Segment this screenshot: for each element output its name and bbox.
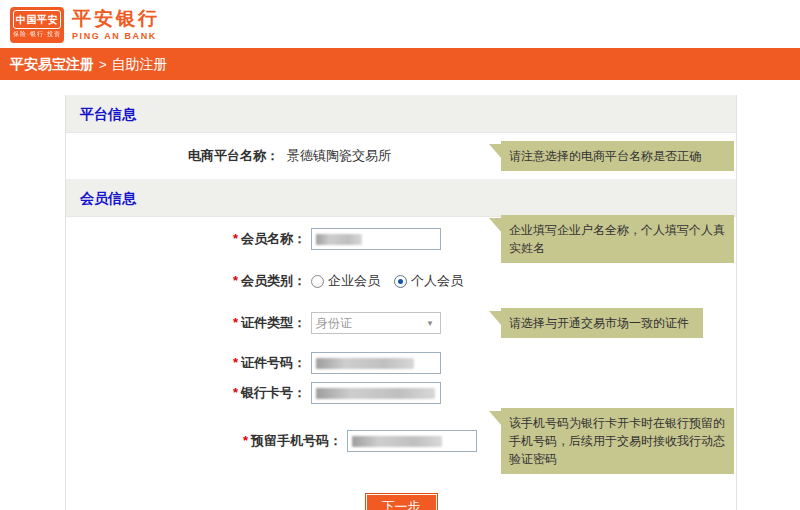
callout-pointer-icon (489, 411, 502, 426)
id-number-input[interactable] (311, 352, 441, 374)
redacted-value (316, 388, 435, 399)
pingan-logo-text: 中国平安 (13, 10, 61, 29)
radio-unchecked-icon (311, 275, 324, 288)
breadcrumb-current: 自助注册 (112, 56, 168, 72)
member-name-input[interactable] (311, 228, 441, 250)
section-header-member: 会员信息 (66, 179, 736, 217)
bank-name-cn: 平安银行 (72, 8, 160, 30)
id-type-selected-value: 身份证 (316, 315, 352, 332)
id-type-callout-text: 请选择与开通交易市场一致的证件 (509, 316, 689, 330)
redacted-value (316, 358, 414, 369)
radio-checked-icon (394, 275, 407, 288)
platform-name-label: 电商平台名称： (66, 147, 279, 165)
pingan-logo-tagline: 保险·银行·投资 (13, 29, 61, 39)
bank-brand: 平安银行 PING AN BANK (72, 8, 160, 42)
id-number-row: *证件号码： (66, 351, 736, 375)
bank-card-label: *银行卡号： (66, 384, 306, 402)
platform-callout-text: 请注意选择的电商平台名称是否正确 (509, 149, 701, 163)
phone-row: *预留手机号码： 该手机号码为银行卡开卡时在银行预留的手机号码，后续用于交易时接… (66, 429, 736, 453)
platform-name-value: 景德镇陶瓷交易所 (287, 147, 391, 165)
chevron-down-icon: ▼ (426, 319, 436, 328)
required-marker: * (243, 433, 248, 448)
member-name-row: *会员名称： 企业填写企业户名全称，个人填写个人真实姓名 (66, 227, 736, 251)
platform-callout: 请注意选择的电商平台名称是否正确 (501, 141, 734, 171)
callout-pointer-icon (489, 218, 502, 233)
callout-pointer-icon (489, 311, 502, 326)
section-header-platform: 平台信息 (66, 95, 736, 133)
id-type-row: *证件类型： 身份证 ▼ 请选择与开通交易市场一致的证件 (66, 311, 736, 335)
radio-personal-member[interactable]: 个人会员 (394, 272, 463, 290)
bank-card-row: *银行卡号： (66, 381, 736, 405)
member-name-callout-text: 企业填写企业户名全称，个人填写个人真实姓名 (509, 223, 725, 255)
member-type-row: *会员类别： 企业会员 个人会员 (66, 269, 736, 293)
id-type-select[interactable]: 身份证 ▼ (311, 312, 441, 334)
member-type-label: *会员类别： (66, 272, 306, 290)
breadcrumb-primary: 平安易宝注册 (10, 56, 94, 72)
breadcrumb-banner: 平安易宝注册>自助注册 (0, 48, 800, 80)
id-type-callout: 请选择与开通交易市场一致的证件 (501, 308, 703, 338)
required-marker: * (233, 231, 238, 246)
pingan-logo: 中国平安 保险·银行·投资 (10, 7, 64, 43)
callout-pointer-icon (489, 144, 502, 159)
radio-personal-label: 个人会员 (411, 272, 463, 290)
id-type-label: *证件类型： (66, 314, 306, 332)
phone-input[interactable] (347, 430, 477, 452)
bank-card-input[interactable] (311, 382, 441, 404)
top-header: 中国平安 保险·银行·投资 平安银行 PING AN BANK (0, 0, 800, 48)
member-form: *会员名称： 企业填写企业户名全称，个人填写个人真实姓名 *会员类别： 企业会员… (66, 217, 736, 510)
member-name-callout: 企业填写企业户名全称，个人填写个人真实姓名 (501, 215, 734, 263)
phone-label: *预留手机号码： (66, 432, 342, 450)
bank-name-en: PING AN BANK (72, 30, 160, 42)
radio-company-member[interactable]: 企业会员 (311, 272, 380, 290)
required-marker: * (233, 385, 238, 400)
required-marker: * (233, 355, 238, 370)
phone-callout-text: 该手机号码为银行卡开卡时在银行预留的手机号码，后续用于交易时接收我行动态验证密码 (509, 416, 725, 466)
phone-callout: 该手机号码为银行卡开卡时在银行预留的手机号码，后续用于交易时接收我行动态验证密码 (501, 408, 734, 474)
redacted-value (316, 234, 362, 245)
redacted-value (352, 436, 442, 447)
breadcrumb-separator: > (94, 57, 112, 72)
id-number-label: *证件号码： (66, 354, 306, 372)
next-step-button[interactable]: 下一步 (365, 493, 438, 510)
required-marker: * (233, 315, 238, 330)
platform-name-row: 电商平台名称： 景德镇陶瓷交易所 请注意选择的电商平台名称是否正确 (66, 133, 736, 179)
radio-company-label: 企业会员 (328, 272, 380, 290)
member-name-label: *会员名称： (66, 230, 306, 248)
registration-panel: 平台信息 电商平台名称： 景德镇陶瓷交易所 请注意选择的电商平台名称是否正确 会… (65, 95, 737, 510)
button-row: 下一步 (66, 493, 736, 510)
required-marker: * (233, 273, 238, 288)
